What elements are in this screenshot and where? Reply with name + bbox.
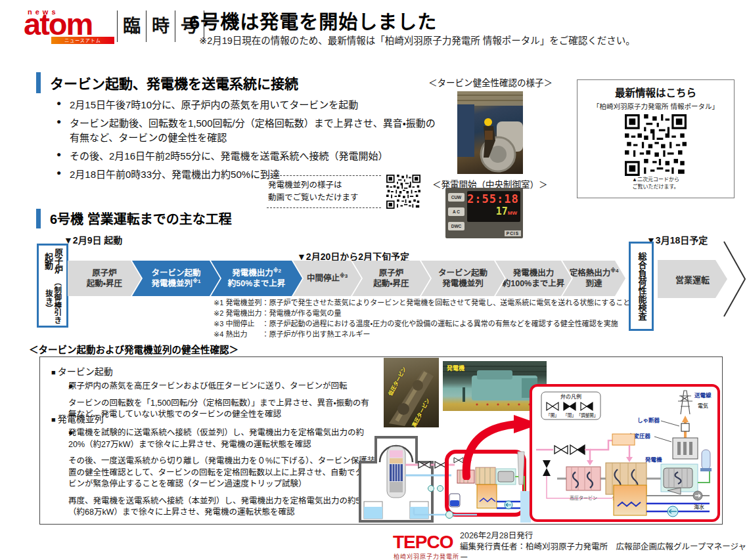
- process-step: タービン起動 発電機並列: [421, 261, 505, 296]
- publication-editor: 編集発行責任者：柏崎刈羽原子力発電所 広報部企画広報グループマネージャー: [460, 542, 747, 560]
- bullet-item: 原子炉内の蒸気を高圧タービンおよび低圧タービンに送り、タービンが回転: [68, 381, 377, 393]
- qr-code-icon: [386, 175, 420, 209]
- qr-code-icon: [625, 114, 687, 176]
- timeline-marker-start: ▼2月9日 起動: [64, 233, 122, 246]
- video-qr-note: 発電機並列の様子は 動画でご覧いただけます: [267, 175, 420, 209]
- section3-heading: ＜タービン起動および発電機並列の健全性確認＞: [29, 342, 238, 356]
- reactor-start-box: 原子炉起動（制御棒引き抜き）: [37, 244, 68, 328]
- seawater-label: 海水: [694, 504, 704, 510]
- bullet-item: タービン起動後、回転数を1,500回転/分（定格回転数）まで上昇させ、異音・振動…: [57, 116, 441, 144]
- turbine-photo-art: [457, 91, 523, 174]
- reactor-start-line2: （制御棒引き抜き）: [44, 276, 61, 326]
- footnote-list: ※1 発電機並列：原子炉で発生させた蒸気によりタービンと発電機を回転させて発電し…: [214, 298, 660, 340]
- section2-accent-bar: [36, 209, 41, 228]
- bullet-item: 再度、発電機を送電系統へ接続（本並列）し、発電機出力を定格電気出力の約50%（約…: [68, 496, 377, 519]
- portal-title: 最新情報はこちら: [577, 85, 734, 99]
- timeline-edge-chevron: [723, 240, 747, 318]
- timeline-marker-end: ▼3月18日予定: [646, 233, 708, 246]
- display-time: 2:55:18: [467, 192, 517, 205]
- panel-button: A C: [448, 207, 464, 216]
- newsletter-page: news atom ニュースアトム 臨時号 6号機は発電を開始しました ※2月1…: [0, 0, 747, 560]
- tepco-logo-subtext: 柏崎刈羽原子力発電所: [394, 552, 459, 560]
- process-step-final: 営業運転: [658, 260, 727, 298]
- panel-button: DWC: [448, 222, 464, 230]
- page-subtitle: ※2月19日現在の情報のため、最新情報は「柏崎刈羽原子力発電所 情報ポータル」を…: [199, 33, 635, 47]
- section1-accent-bar: [36, 72, 41, 93]
- portal-qr-note2: ご覧いただけます。: [632, 184, 679, 190]
- edition-char: 臨: [117, 11, 146, 42]
- footnote: ※2 発電機出力：発電機が作る電気の量: [214, 309, 660, 319]
- process-step: 発電機出力 約100%まで上昇: [495, 261, 572, 296]
- process-step: 定格熱出力※4 到達: [562, 261, 625, 296]
- group2-title: 発電機並列: [51, 412, 104, 425]
- bullet-item: その後、2月16日午前2時55分に、発電機を送電系統へ接続（発電開始）: [57, 149, 441, 163]
- digital-display: 2:55:18 17MW: [467, 191, 520, 222]
- transmission-line-label: 送電線: [694, 392, 712, 398]
- group2-bullets: 発電機を試験的に送電系統へ接続（仮並列）し、発電機出力を定格電気出力の約20%（…: [68, 427, 377, 524]
- process-step: 中間停止※3: [293, 261, 361, 296]
- turbine-hall-photo: 低圧タービン 高圧タービン: [384, 358, 439, 427]
- hp-turbine-label: 高圧タービン: [570, 495, 597, 501]
- panel-button: CUW: [448, 193, 464, 202]
- footnote: ※3 中間停止 ：原子炉起動の過程における温度・圧力の変化や設備の運転による異常…: [214, 319, 660, 330]
- reactor-start-line1: 原子炉起動: [43, 246, 62, 276]
- generation-start-photo: CUW A C DWC 2:55:18 17MW PCIS: [445, 188, 523, 238]
- valve-legend-title: 弁の凡例: [560, 393, 581, 400]
- process-step: タービン起動 発電機並列※1: [132, 261, 220, 296]
- atom-logo-tagline: ニュースアトム: [51, 37, 114, 44]
- detail-schematic-box: 弁の凡例 「開」 「閉」 「調整開」 送電線 電気 しゃ断器 主変圧器: [530, 384, 720, 522]
- process-timeline: 原子炉 起動・昇圧 タービン起動 発電機並列※1 発電機出力※2 約50%まで上…: [68, 261, 616, 296]
- footnote: ※4 熱出力 ：原子炉が作り出す熱エネルギー: [214, 330, 660, 340]
- generator-photo-label: 発電機: [447, 364, 464, 372]
- transmission-tower-icon: [678, 391, 692, 414]
- process-step: 発電機出力※2 約50%まで上昇: [211, 261, 302, 296]
- bullet-item: タービンの回転数を「1,500回転/分（定格回転数）」まで上昇させ、異音・振動の…: [68, 398, 377, 421]
- turbine-inspection-photo: [457, 91, 523, 174]
- bullet-item: その後、一度送電系統から切り離し（発電機出力を０%に下げる）、タービン保護装置の…: [68, 456, 377, 490]
- turbine-photo-caption: ＜タービン健全性確認の様子＞: [428, 75, 553, 89]
- portal-subtitle: 「柏崎刈羽原子力発電所 情報ポータル」: [577, 101, 734, 111]
- breaker-label: しゃ断器: [637, 417, 660, 423]
- section2-heading: 6号機 営業運転までの主な工程: [50, 209, 232, 228]
- bullet-item: 発電機を試験的に送電系統へ接続（仮並列）し、発電機出力を定格電気出力の約20%（…: [68, 427, 377, 450]
- video-note-line1: 発電機並列の様子は: [268, 181, 342, 190]
- process-step: 原子炉 起動・昇圧: [352, 261, 430, 296]
- section1-heading: タービン起動、発電機を送電系統に接続: [50, 73, 298, 93]
- edition-char: 時: [146, 11, 175, 42]
- publication-info: 2026年2月28日発行 編集発行責任者：柏崎刈羽原子力発電所 広報部企画広報グ…: [460, 530, 747, 560]
- valve-open-label: 「開」: [546, 413, 559, 418]
- video-note-line2: 動画でご覧いただけます: [268, 193, 359, 202]
- bullet-item: 2月15日午後7時10分に、原子炉内の蒸気を用いてタービンを起動: [57, 98, 441, 112]
- valve-closed-label: 「閉」: [563, 413, 576, 418]
- group1-title: タービン起動: [51, 364, 113, 377]
- portal-qr-note1: ▲二次元コードから: [632, 177, 679, 183]
- atom-logo-text: atom: [24, 9, 92, 39]
- display-power: 17: [496, 205, 508, 217]
- display-unit: MW: [508, 210, 517, 216]
- page-title: 6号機は発電を開始しました: [189, 7, 437, 34]
- section1-bullet-list: 2月15日午後7時10分に、原子炉内の蒸気を用いてタービンを起動 タービン起動後…: [57, 98, 441, 186]
- publication-date: 2026年2月28日発行: [460, 530, 747, 542]
- portal-info-box: 最新情報はこちら 「柏崎刈羽原子力発電所 情報ポータル」 ▲二次元コードから ご…: [577, 79, 735, 198]
- tepco-logo: TEPCO: [393, 532, 453, 553]
- process-step: 原子炉 起動・昇圧: [68, 261, 141, 296]
- panel-label: PCIS: [505, 230, 521, 236]
- generator-label: 発電機: [645, 456, 662, 463]
- group1-bullets: 原子炉内の蒸気を高圧タービンおよび低圧タービンに送り、タービンが回転 タービンの…: [68, 381, 377, 426]
- footnote: ※1 発電機並列：原子炉で発生させた蒸気によりタービンと発電機を回転させて発電し…: [214, 298, 660, 309]
- video-note-text: 発電機並列の様子は 動画でご覧いただけます: [267, 175, 381, 208]
- electricity-label: 電気: [698, 402, 708, 409]
- detail-schematic: 弁の凡例 「開」 「閉」 「調整開」 送電線 電気 しゃ断器 主変圧器: [532, 387, 717, 519]
- valve-adjust-label: 「調整開」: [577, 412, 599, 418]
